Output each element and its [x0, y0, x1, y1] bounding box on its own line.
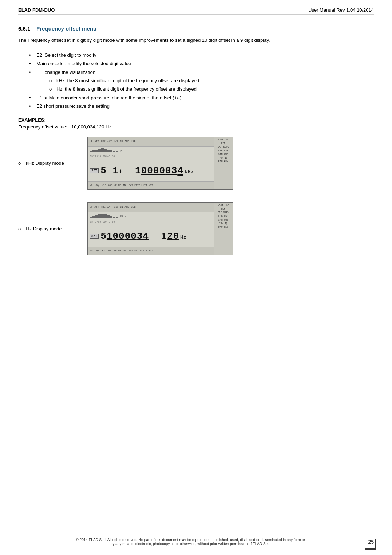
freq-digits-khz: 5 1+ 10 000 034 kHz [100, 165, 194, 176]
freq-digits-hz: 5 1000 034 120 Hz [100, 231, 187, 242]
label-o-khz: o [18, 160, 21, 166]
signal-bars-khz: PR:H [88, 147, 214, 153]
top-labels-khz: LP ATT PRE ANT 1/2 IN ANC USB [90, 140, 136, 143]
device-bottom-bar-khz: VOLSQLMICAGCNRNBAN PWR PITCH NIT XIT [88, 181, 214, 189]
bullet-item-2: Main encoder: modify the selected digit … [29, 59, 374, 68]
device-right-sidebar-khz: WOUT LUC REM CAT SERV LSB USB SAM CWZ PR… [214, 137, 233, 189]
header-left: ELAD FDM-DUO [18, 7, 55, 13]
bullet-list: E2: Select the digit to modify Main enco… [29, 51, 374, 111]
examples-subtitle: Frequency offset value: +10,000,034,120 … [18, 124, 374, 130]
bullet-item-3: E1: change the visualization kHz: the 8 … [29, 68, 374, 94]
footer-text: © 2014 ELAD S.r.l. All rights reserved. … [18, 538, 363, 546]
corner-decoration [365, 539, 376, 550]
device-display-hz: LP ATT PRE ANT 1/2 IN ANC USB [87, 202, 233, 255]
intro-text: The Frequency offset set in digit by dig… [18, 37, 374, 44]
sub-bullet-2: Hz: the 8 least significant digit of the… [47, 85, 374, 93]
section-heading: 6.6.1 Frequency offset menu [18, 25, 96, 32]
set-label-khz: SET [90, 168, 99, 173]
section-title: Frequency offset menu [36, 25, 96, 32]
freq-unit-khz: kHz [185, 169, 194, 175]
examples-title: EXAMPLES: [18, 117, 374, 123]
top-labels-hz: LP ATT PRE ANT 1/2 IN ANC USB [90, 206, 136, 209]
display-label-hz: o Hz Display mode [18, 226, 76, 231]
device-freq-area-khz: SET 5 1+ 10 000 034 kHz [88, 160, 214, 181]
signal-bars-hz: PR:H [88, 212, 214, 219]
label-o-hz: o [18, 226, 21, 231]
bullet-item-1: E2: Select the digit to modify [29, 51, 374, 59]
label-text-hz: Hz Display mode [26, 226, 62, 231]
device-top-bar-hz: LP ATT PRE ANT 1/2 IN ANC USB [88, 203, 214, 212]
section-number: 6.6.1 [18, 25, 30, 32]
examples-section: EXAMPLES: Frequency offset value: +10,00… [18, 117, 374, 130]
device-freq-area-hz: SET 5 1000 034 120 Hz [88, 226, 214, 247]
sub-bullet-1: kHz: the 8 most significant digit of the… [47, 76, 374, 85]
device-bottom-bar-hz: VOLSQLMICAGCNRNBAN PWR PITCH NIT XIT [88, 247, 214, 255]
device-right-sidebar-hz: WOUT LUC REM CAT SERV LSB USB SAM CWZ PR… [214, 203, 233, 255]
display-row-khz: o kHz Display mode LP ATT PRE ANT 1/2 IN… [18, 137, 374, 190]
device-display-khz: LP ATT PRE ANT 1/2 IN ANC USB [87, 137, 233, 190]
display-row-hz: o Hz Display mode LP ATT PRE ANT 1/2 IN … [18, 202, 374, 255]
display-label-khz: o kHz Display mode [18, 160, 76, 166]
device-mid-khz: 2 3 7 9 +10 +20 +40 +60 [88, 153, 214, 160]
device-mid-hz: 2 3 7 9 +10 +20 +40 +60 [88, 219, 214, 226]
label-text-khz: kHz Display mode [26, 160, 64, 166]
bullet-item-5: E2 short pressure: save the setting [29, 102, 374, 110]
bullet-item-4: E1 or Main encoder short pressure: chang… [29, 94, 374, 102]
freq-unit-hz: Hz [180, 235, 187, 240]
header-right: User Manual Rev 1.04 10/2014 [308, 7, 374, 13]
page-header: ELAD FDM-DUO User Manual Rev 1.04 10/201… [18, 7, 374, 15]
sub-bullet-list: kHz: the 8 most significant digit of the… [47, 76, 374, 94]
section-heading-container: 6.6.1 Frequency offset menu [18, 25, 374, 32]
page-footer: © 2014 ELAD S.r.l. All rights reserved. … [0, 534, 392, 546]
set-label-hz: SET [90, 234, 99, 239]
device-top-bar-khz: LP ATT PRE ANT 1/2 IN ANC USB [88, 137, 214, 147]
